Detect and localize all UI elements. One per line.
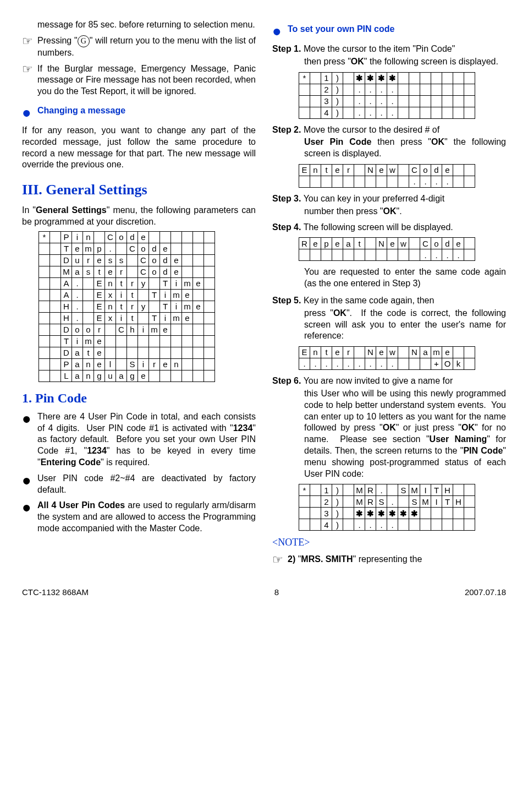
step-5: Step 5. Key in the same code again, then… — [272, 295, 506, 342]
step-3: Step 3. You can key in your preferred 4-… — [272, 193, 506, 217]
footer-right: 2007.07.18 — [465, 587, 506, 598]
general-settings-grid: *PinCodeTemp.CodeDuressCodeMasterCodeA.E… — [38, 231, 215, 382]
step1-grid: *1)✱✱✱✱2)....3)....4).... — [299, 72, 475, 119]
circle-g-icon: G — [78, 35, 90, 47]
disc-icon: ● — [22, 500, 37, 534]
pin-b3-text: All 4 User Pin Codes are used to regular… — [37, 500, 256, 534]
set-pin-title: To set your own PIN code — [288, 24, 506, 39]
changing-msg-title: Changing a message — [37, 105, 256, 121]
disc-icon: ● — [272, 24, 288, 39]
changing-msg-body: If for any reason, you want to change an… — [22, 125, 256, 171]
hand-icon: ☞ — [272, 554, 288, 566]
disc-icon: ● — [22, 473, 37, 496]
gs-body: In "General Settings" menu, the followin… — [22, 205, 256, 228]
step-1: Step 1. Move the cursor to the item "Pin… — [272, 43, 506, 68]
left-bullet-3: ☞ If the Burglar message, Emergency Mess… — [22, 63, 256, 97]
step4-grid: RepeatNewCode.... — [299, 237, 475, 261]
set-pin-head: ● To set your own PIN code — [272, 24, 506, 39]
footer-left: CTC-1132 868AM — [22, 587, 89, 598]
changing-msg-head: ● Changing a message — [22, 105, 256, 121]
left-p3: If the Burglar message, Emergency Messag… — [37, 63, 256, 97]
note-body-row: ☞ 2) "MRS. SMITH" representing the — [272, 554, 506, 566]
pin-b1: ● There are 4 User Pin Code in total, an… — [22, 411, 256, 468]
step-4c: You are requested to enter the same code… — [304, 266, 506, 290]
step-4: Step 4. The following screen will be dis… — [272, 222, 506, 233]
right-column: ● To set your own PIN code Step 1. Move … — [272, 19, 506, 570]
step6-grid: *1)MR.SMITH2)MRS.SMITH3)✱✱✱✱✱✱4).... — [299, 484, 475, 531]
pin-b2-text: User PIN code #2~#4 are deactivated by f… — [37, 473, 256, 496]
pin-b3: ● All 4 User Pin Codes are used to regul… — [22, 500, 256, 534]
left-column: message for 85 sec. before returning to … — [22, 19, 256, 570]
section-iii-title: III. General Settings — [22, 181, 256, 199]
pin-code-title: 1. Pin Code — [22, 390, 256, 407]
note-body: 2) "MRS. SMITH" representing the — [288, 554, 506, 566]
step2-grid: EnterNewCode.... — [299, 164, 475, 188]
hand-icon: ☞ — [22, 35, 37, 59]
left-p1: message for 85 sec. before returning to … — [37, 19, 256, 31]
step5-grid: EnterNewName.........+Ok — [299, 346, 475, 370]
note-label: <NOTE> — [272, 536, 506, 549]
pin-b2: ● User PIN code #2~#4 are deactivated by… — [22, 473, 256, 496]
disc-icon: ● — [22, 411, 37, 468]
hand-icon: ☞ — [22, 63, 37, 97]
pin-b1-text: There are 4 User Pin Code in total, and … — [37, 411, 256, 468]
left-bullet-2: ☞ Pressing "G" will return you to the me… — [22, 35, 256, 59]
disc-icon: ● — [22, 105, 37, 121]
footer-center: 8 — [274, 587, 279, 598]
footer: CTC-1132 868AM 8 2007.07.18 — [22, 587, 506, 598]
left-p2: Pressing "G" will return you to the menu… — [37, 35, 256, 59]
step-6: Step 6. You are now invited to give a na… — [272, 375, 506, 479]
step-2: Step 2. Move the cursor to the desired #… — [272, 124, 506, 160]
